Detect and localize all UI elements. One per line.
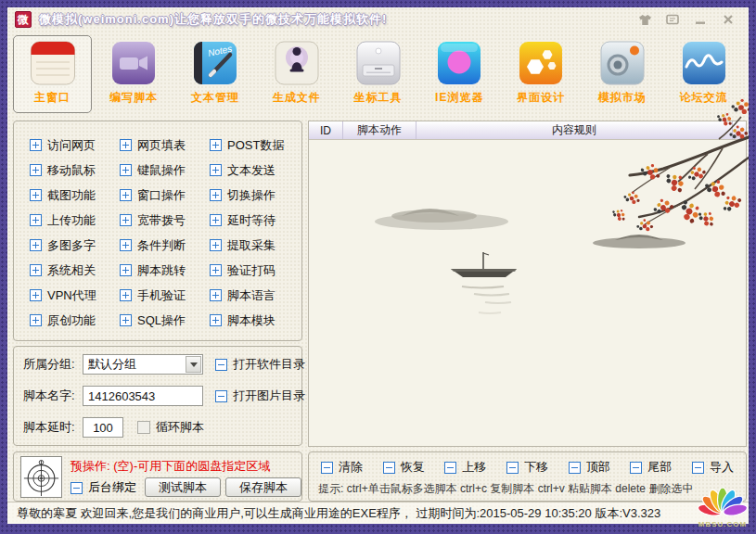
expand-icon (120, 289, 132, 301)
action-item-label: 提取采集 (227, 237, 275, 254)
background-bind-toggle[interactable]: 后台绑定 (70, 479, 136, 496)
collapse-icon (215, 390, 227, 402)
expand-icon (120, 264, 132, 276)
column-header-spacer (733, 121, 746, 139)
expand-icon (210, 164, 222, 176)
action-item[interactable]: POST数据 (210, 133, 300, 158)
expand-icon (30, 264, 42, 276)
op-import-button[interactable]: 导入 (692, 459, 734, 476)
collapse-icon (70, 482, 83, 494)
tool-sim-market[interactable]: 模拟市场 (583, 35, 661, 113)
action-item[interactable]: 脚本模块 (210, 308, 300, 333)
script-delay-input[interactable] (83, 417, 123, 438)
action-item[interactable]: 脚本语言 (210, 283, 300, 308)
action-item[interactable]: 文本发送 (210, 158, 300, 183)
action-categories-panel: 访问网页 网页填表 POST数据 移动鼠标 键鼠操作 文本发送 截图功能 窗口操… (13, 121, 302, 341)
expand-icon (30, 189, 42, 201)
op-clear-button[interactable]: 清除 (321, 459, 363, 476)
tray-icon[interactable] (665, 13, 680, 26)
action-item-label: 窗口操作 (137, 187, 186, 204)
tool-write-script[interactable]: 编写脚本 (95, 35, 173, 113)
tool-text-manage[interactable]: Notes 文本管理 (176, 35, 255, 113)
action-item[interactable]: 切换操作 (210, 183, 300, 208)
action-item-label: 文本发送 (227, 162, 275, 179)
action-item[interactable]: 脚本跳转 (120, 258, 210, 283)
expand-icon (120, 239, 132, 251)
action-item[interactable]: 网页填表 (120, 133, 210, 158)
expand-icon (30, 139, 42, 151)
op-move-down-button[interactable]: 下移 (506, 459, 548, 476)
column-header-action[interactable]: 脚本动作 (343, 121, 416, 139)
expand-icon (120, 314, 132, 326)
test-script-button[interactable]: 测试脚本 (145, 477, 221, 497)
op-top-button[interactable]: 顶部 (569, 459, 610, 476)
action-item[interactable]: VPN代理 (30, 283, 120, 308)
ie-browser-icon (435, 39, 483, 87)
action-item[interactable]: 系统相关 (30, 258, 120, 283)
tool-label: 模拟市场 (598, 90, 647, 106)
action-item[interactable]: 延时等待 (210, 208, 300, 233)
action-item[interactable]: 验证打码 (210, 258, 300, 283)
loop-script-checkbox[interactable] (137, 421, 150, 434)
action-item[interactable]: 窗口操作 (120, 183, 210, 208)
pre-operation-notice: 预操作: (空)-可用下面的圆盘指定区域 (70, 458, 270, 475)
action-item[interactable]: 原创功能 (30, 308, 120, 333)
tool-label: 编写脚本 (109, 90, 158, 106)
action-item[interactable]: 上传功能 (30, 208, 120, 233)
main-window-icon (29, 39, 77, 87)
list-operations-row: 清除 恢复 上移 下移 顶部 尾部 导入 (321, 459, 734, 476)
tool-generate-file[interactable]: 生成文件 (257, 35, 336, 113)
tool-coordinate-tool[interactable]: 坐标工具 (339, 35, 417, 113)
action-item[interactable]: 访问网页 (30, 133, 120, 158)
script-table-header: ID 脚本动作 内容规则 (309, 121, 746, 140)
pre-operation-panel: 预操作: (空)-可用下面的圆盘指定区域 后台绑定 测试脚本 保存脚本 (13, 451, 302, 502)
expand-icon (120, 214, 132, 226)
script-name-input[interactable] (83, 386, 203, 406)
group-select[interactable]: 默认分组 (83, 354, 203, 375)
chevron-down-icon[interactable] (186, 356, 201, 373)
tool-ie-browser[interactable]: IE浏览器 (420, 35, 499, 113)
tool-label: 生成文件 (273, 90, 321, 106)
script-properties-panel: 所属分组: 默认分组 打开软件目录 脚本名字: 打开图片目录 脚本延时: 循环脚… (13, 346, 302, 446)
save-script-button[interactable]: 保存脚本 (225, 477, 301, 497)
collapse-icon (630, 462, 642, 474)
region-picker-target[interactable] (20, 456, 62, 498)
app-logo: 微 (15, 11, 32, 28)
expand-icon (210, 214, 222, 226)
action-item[interactable]: 条件判断 (120, 233, 210, 258)
expand-icon (30, 314, 42, 326)
op-move-up-button[interactable]: 上移 (444, 459, 486, 476)
tool-label: 主窗口 (34, 90, 70, 106)
op-label: 下移 (524, 459, 548, 476)
list-operations-panel: 清除 恢复 上移 下移 顶部 尾部 导入 提示: ctrl+单击鼠标多选脚本 c… (308, 451, 747, 502)
column-header-id[interactable]: ID (309, 121, 343, 139)
skin-icon[interactable] (637, 13, 652, 26)
open-image-dir-button[interactable]: 打开图片目录 (215, 388, 305, 404)
action-item-label: 原创功能 (47, 312, 96, 329)
script-list[interactable] (309, 140, 746, 446)
expand-icon (120, 189, 132, 201)
action-item-label: 脚本语言 (227, 287, 275, 304)
action-item[interactable]: 多图多字 (30, 233, 120, 258)
tool-main-window[interactable]: 主窗口 (13, 35, 92, 113)
action-item[interactable]: 键鼠操作 (120, 158, 210, 183)
action-item[interactable]: 宽带拨号 (120, 208, 210, 233)
ui-design-icon (517, 39, 565, 87)
tool-label: 界面设计 (517, 90, 565, 106)
script-table: ID 脚本动作 内容规则 (308, 121, 747, 447)
tool-ui-design[interactable]: 界面设计 (502, 35, 581, 113)
action-item[interactable]: 截图功能 (30, 183, 120, 208)
tool-forum[interactable]: 论坛交流 (664, 35, 743, 113)
op-restore-button[interactable]: 恢复 (383, 459, 425, 476)
minimize-icon[interactable] (693, 13, 708, 26)
main-toolbar: 主窗口 编写脚本 Notes (7, 32, 749, 113)
action-item[interactable]: SQL操作 (120, 308, 210, 333)
op-bottom-button[interactable]: 尾部 (630, 459, 672, 476)
action-item[interactable]: 提取采集 (210, 233, 300, 258)
action-item[interactable]: 手机验证 (120, 283, 210, 308)
action-item[interactable]: 移动鼠标 (30, 158, 120, 183)
column-header-rule[interactable]: 内容规则 (416, 121, 733, 139)
collapse-icon (215, 359, 227, 371)
open-software-dir-button[interactable]: 打开软件目录 (215, 356, 305, 373)
close-icon[interactable] (721, 13, 736, 26)
